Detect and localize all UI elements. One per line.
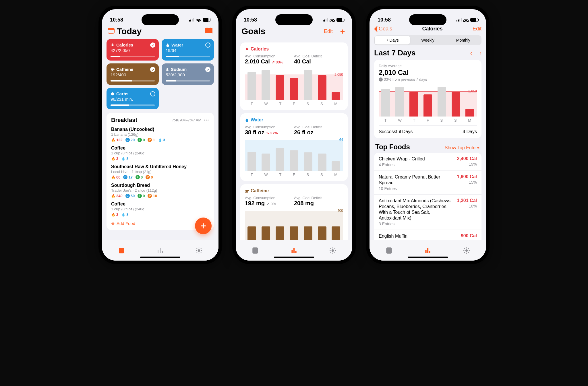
top-food-item[interactable]: English Muffin6 Entries 900 Cal7% — [374, 230, 481, 240]
wifi-icon — [196, 18, 201, 22]
back-button[interactable]: Goals — [374, 26, 392, 32]
avg-label: Avg. Consumption — [245, 125, 294, 129]
tab-diary[interactable] — [385, 247, 393, 254]
top-food-item[interactable]: Chicken Wrap - Grilled4 Entries 2,400 Ca… — [374, 153, 481, 171]
tile-sodium[interactable]: Sodium 530/2,300 — [162, 63, 214, 85]
food-name: Natural Creamy Peanut Butter Spread — [379, 174, 453, 186]
food-percent: 15% — [457, 180, 477, 185]
seg-monthly[interactable]: Monthly — [446, 36, 481, 44]
tile-calories[interactable]: Calories 427/2,050 — [107, 39, 159, 61]
goal-card-calories[interactable]: Calories Avg. Consumption2,010 Cal↗ 33% … — [240, 42, 348, 110]
edit-button[interactable]: Edit — [324, 28, 333, 34]
status-bar: 10:58 — [236, 9, 352, 25]
diary-icon[interactable] — [205, 27, 213, 35]
calendar-icon[interactable] — [108, 27, 115, 35]
macro-f-icon: F — [138, 194, 142, 198]
show-top-entries-button[interactable]: Show Top Entries — [445, 145, 480, 150]
tab-diary[interactable] — [252, 247, 259, 254]
home-indicator[interactable] — [408, 257, 448, 258]
ring-icon — [150, 91, 155, 96]
macro-p-icon: P — [148, 194, 152, 198]
macro-c-icon: C — [125, 138, 130, 142]
home-indicator[interactable] — [274, 257, 314, 258]
cup-icon — [111, 67, 115, 71]
food-name: Coffee — [111, 146, 209, 151]
top-food-item[interactable]: Natural Creamy Peanut Butter Spread10 En… — [374, 171, 481, 195]
status-time: 10:58 — [110, 17, 123, 23]
food-entries: 4 Entries — [379, 162, 425, 167]
trend-value: ↗ 33% — [272, 60, 283, 64]
range-segment[interactable]: 7 DaysWeeklyMonthly — [374, 35, 481, 45]
status-time: 10:58 — [378, 17, 391, 23]
meal-time: 7:46 AM–7:47 AM — [172, 118, 202, 122]
food-sub: 1 banana (126g) — [111, 132, 209, 137]
trend-value: ↘ 27% — [266, 131, 278, 135]
tile-caffeine[interactable]: Caffeine 192/400 — [107, 63, 159, 85]
macro-w-icon: 💧 — [121, 213, 125, 217]
drop-icon — [166, 43, 170, 47]
food-item[interactable]: Coffee 1 cup (8 fl oz) (240g) 🔥2💧8 — [111, 201, 209, 217]
next-range-button[interactable]: › — [479, 50, 481, 56]
svg-point-4 — [198, 249, 200, 251]
tile-water[interactable]: Water 19/64 — [162, 39, 214, 61]
food-item[interactable]: Sourdough Bread Trader Joe's · 2 slice (… — [111, 183, 209, 198]
svg-rect-5 — [253, 248, 258, 253]
add-fab[interactable] — [195, 218, 212, 234]
prev-range-button[interactable]: ‹ — [470, 50, 472, 56]
phone-goals: 10:58 Goals Edit ＋ Calories Avg. Consump… — [232, 6, 356, 264]
macro-f-icon: F — [136, 175, 140, 179]
tile-value: 96/231 min. — [111, 97, 155, 102]
tile-label: Carbs — [116, 91, 129, 96]
macro-c-icon: C — [125, 194, 130, 198]
svg-point-8 — [466, 249, 468, 251]
macro-c-icon: C — [123, 175, 127, 179]
cellular-icon — [189, 18, 194, 22]
seg-7days[interactable]: 7 Days — [375, 36, 410, 44]
cup-icon — [245, 189, 249, 193]
tab-settings[interactable] — [463, 247, 470, 254]
goal-card-caffeine[interactable]: Caffeine Avg. Consumption192 mg↗ 0% Avg.… — [240, 184, 348, 240]
tab-goals[interactable] — [290, 247, 298, 254]
add-goal-button[interactable]: ＋ — [339, 27, 347, 35]
page-title: Today — [117, 26, 142, 36]
food-item[interactable]: Banana (Uncooked) 1 banana (126g) 🔥122C2… — [111, 127, 209, 142]
add-food-button[interactable]: ⊕Add Food — [111, 221, 209, 226]
food-sub: 1 cup (8 fl oz) (240g) — [111, 151, 209, 155]
goal-card-water[interactable]: Water Avg. Consumption38 fl oz↘ 27% Avg.… — [240, 113, 348, 181]
seg-weekly[interactable]: Weekly — [410, 36, 445, 44]
tab-goals[interactable] — [424, 247, 432, 254]
food-calories: 1,900 Cal — [457, 174, 477, 179]
tile-label: Caffeine — [116, 67, 133, 72]
macro-p-value: 1 — [153, 138, 155, 142]
macro-w-value: 3 — [163, 138, 165, 142]
food-item[interactable]: Southeast Raw & Unfiltered Honey Local H… — [111, 164, 209, 179]
tab-diary[interactable] — [118, 247, 125, 254]
check-icon — [150, 42, 155, 48]
tab-settings[interactable] — [195, 247, 203, 254]
food-calories: 1,201 Cal — [457, 198, 477, 203]
macro-c-value: 17 — [128, 175, 132, 179]
battery-icon — [336, 18, 344, 22]
food-item[interactable]: Coffee 1 cup (8 fl oz) (240g) 🔥2💧8 — [111, 146, 209, 161]
top-foods-title: Top Foods — [375, 143, 410, 151]
svg-rect-7 — [386, 248, 391, 253]
goal-name: Water — [251, 117, 263, 123]
edit-button[interactable]: Edit — [473, 26, 481, 32]
flame-icon — [245, 47, 249, 51]
tile-label: Calories — [116, 42, 133, 47]
tab-goals[interactable] — [156, 247, 164, 254]
home-indicator[interactable] — [140, 257, 180, 258]
food-name: Coffee — [111, 201, 209, 207]
macro-cal-value: 2 — [116, 212, 118, 217]
food-sub: 1 cup (8 fl oz) (240g) — [111, 207, 209, 211]
macro-f-icon: F — [138, 138, 142, 142]
tab-settings[interactable] — [329, 247, 336, 254]
food-percent: 10% — [457, 204, 477, 208]
top-food-item[interactable]: Antioxidant Mix Almonds (Cashews, Pecans… — [374, 195, 481, 230]
more-icon[interactable]: ••• — [204, 118, 209, 122]
macro-f-value: 0 — [141, 175, 143, 179]
tile-carbs[interactable]: Carbs 96/231 min. — [107, 88, 159, 109]
macro-cal-value: 122 — [116, 138, 123, 142]
daily-average-value: 2,010 Cal — [379, 69, 477, 77]
daily-average-diff: ↑ 33% from previous 7 days — [379, 77, 477, 82]
